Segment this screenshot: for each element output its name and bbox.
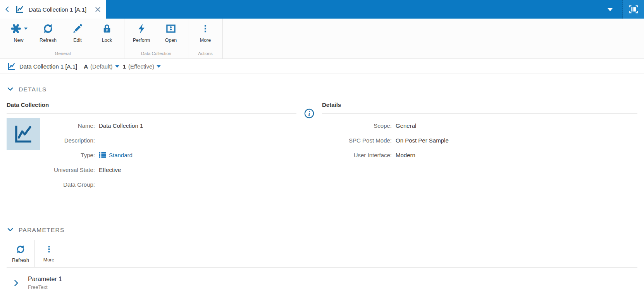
type-standard-link[interactable]: Standard: [99, 152, 133, 158]
toolbar-group-general: New Refresh Edit Lock General: [2, 19, 124, 58]
details-fields: Scope: General SPC Post Mode: On Post Pe…: [322, 114, 637, 162]
ellipsis-vertical-icon: [200, 22, 210, 35]
field-universal-state: Universal State: Effective: [40, 162, 296, 177]
page-content: DETAILS Data Collection Name: Data Colle…: [0, 86, 644, 298]
parameters-refresh-button[interactable]: Refresh: [7, 240, 35, 267]
details-panels: Data Collection Name: Data Collection 1 …: [7, 101, 637, 215]
line-chart-icon: [15, 5, 24, 14]
barcode-scan-icon: [628, 3, 639, 15]
line-chart-icon: [7, 62, 16, 71]
line-chart-icon: [12, 123, 34, 145]
field-type: Type: Standard: [40, 148, 296, 162]
pencil-icon: [72, 22, 83, 35]
new-button[interactable]: New: [4, 19, 33, 50]
topbar-right: [607, 0, 644, 19]
info-icon: i: [304, 108, 314, 119]
field-spc-post-mode: SPC Post Mode: On Post Per Sample: [322, 133, 637, 148]
entity-thumbnail: [7, 118, 40, 150]
svg-text:i: i: [308, 110, 310, 117]
parameters-more-button[interactable]: More: [35, 240, 63, 267]
section-title: DETAILS: [19, 86, 47, 93]
panel-title: Data Collection: [7, 101, 296, 114]
edit-button[interactable]: Edit: [63, 19, 92, 50]
chevron-down-icon: [7, 226, 14, 234]
lock-icon: [102, 22, 112, 35]
breadcrumb-title: Data Collection 1 [A.1]: [19, 63, 77, 70]
field-description: Description:: [40, 133, 296, 148]
split-panel-icon: [165, 22, 177, 35]
close-icon[interactable]: [94, 6, 102, 13]
tab-title: Data Collection 1 [A.1]: [29, 6, 86, 13]
asterisk-icon: [10, 22, 28, 35]
toolbar-group-data-collection: Perform Open Data Collection: [124, 19, 188, 58]
section-title: PARAMETERS: [19, 227, 65, 234]
field-data-group: Data Group:: [40, 177, 296, 192]
parameter-name: Parameter 1: [28, 276, 62, 283]
refresh-icon: [42, 22, 54, 35]
chevron-down-icon: [115, 65, 119, 68]
details-panel: Details Scope: General SPC Post Mode: On…: [322, 101, 637, 162]
back-chevron-icon[interactable]: [4, 5, 11, 13]
list-icon: [99, 152, 106, 158]
parameters-toolbar: Refresh More: [7, 240, 637, 268]
version-dropdown[interactable]: A (Default): [84, 63, 119, 70]
refresh-icon: [15, 244, 26, 254]
lightning-icon: [136, 22, 147, 35]
chevron-down-icon[interactable]: [607, 8, 613, 11]
toolbar-group-label: General: [4, 50, 122, 58]
details-section-header[interactable]: DETAILS: [7, 86, 637, 93]
tab-data-collection[interactable]: Data Collection 1 [A.1]: [0, 0, 106, 19]
chevron-down-icon: [157, 65, 161, 68]
toolbar-group-actions: More Actions: [188, 19, 223, 58]
refresh-button[interactable]: Refresh: [33, 19, 63, 50]
ellipsis-vertical-icon: [45, 244, 53, 254]
parameters-section-header[interactable]: PARAMETERS: [7, 226, 637, 234]
data-collection-fields: Name: Data Collection 1 Description: Typ…: [40, 118, 296, 192]
field-user-interface: User Interface: Modern: [322, 148, 637, 162]
main-toolbar: New Refresh Edit Lock General: [0, 19, 644, 59]
open-button[interactable]: Open: [156, 19, 186, 50]
barcode-scan-button[interactable]: [623, 0, 644, 19]
perform-button[interactable]: Perform: [127, 19, 156, 50]
info-button[interactable]: i: [304, 108, 314, 119]
toolbar-group-label: Actions: [191, 50, 220, 58]
expand-chevron-icon[interactable]: [12, 279, 20, 287]
chevron-down-icon: [7, 86, 14, 93]
info-column: i: [296, 101, 322, 119]
field-name: Name: Data Collection 1: [40, 118, 296, 133]
lock-button[interactable]: Lock: [92, 19, 122, 50]
parameter-info: Parameter 1 FreeText: [28, 276, 62, 290]
top-bar: Data Collection 1 [A.1]: [0, 0, 644, 19]
breadcrumb: Data Collection 1 [A.1] A (Default) 1 (E…: [0, 59, 644, 74]
data-collection-panel: Data Collection Name: Data Collection 1 …: [7, 101, 296, 192]
field-scope: Scope: General: [322, 118, 637, 133]
toolbar-group-label: Data Collection: [127, 50, 186, 58]
panel-title: Details: [322, 101, 637, 114]
revision-dropdown[interactable]: 1 (Effective): [123, 63, 161, 70]
dropdown-caret-icon: [24, 27, 28, 30]
parameter-row[interactable]: Parameter 1 FreeText: [7, 268, 637, 298]
more-button[interactable]: More: [191, 19, 220, 50]
parameter-type: FreeText: [28, 284, 62, 290]
